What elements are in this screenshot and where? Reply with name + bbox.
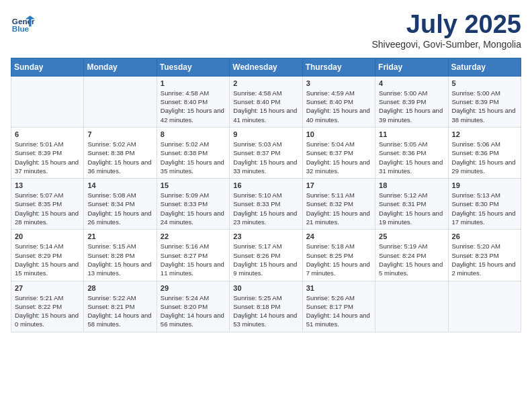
calendar-week-4: 20Sunrise: 5:14 AMSunset: 8:29 PMDayligh… bbox=[11, 230, 521, 281]
day-number: 4 bbox=[379, 79, 444, 87]
logo: General Blue bbox=[11, 11, 36, 35]
calendar-cell: 18Sunrise: 5:12 AMSunset: 8:31 PMDayligh… bbox=[375, 179, 448, 230]
calendar-cell: 20Sunrise: 5:14 AMSunset: 8:29 PMDayligh… bbox=[11, 230, 84, 281]
day-info: Sunrise: 5:13 AMSunset: 8:30 PMDaylight:… bbox=[452, 191, 517, 226]
day-number: 17 bbox=[306, 181, 371, 189]
day-info: Sunrise: 5:05 AMSunset: 8:36 PMDaylight:… bbox=[379, 140, 444, 175]
day-info: Sunrise: 5:22 AMSunset: 8:21 PMDaylight:… bbox=[87, 293, 152, 329]
day-info: Sunrise: 5:00 AMSunset: 8:39 PMDaylight:… bbox=[379, 89, 444, 124]
calendar-cell: 12Sunrise: 5:06 AMSunset: 8:36 PMDayligh… bbox=[448, 127, 521, 178]
day-info: Sunrise: 4:58 AMSunset: 8:40 PMDaylight:… bbox=[233, 89, 298, 124]
calendar-cell: 13Sunrise: 5:07 AMSunset: 8:35 PMDayligh… bbox=[11, 179, 84, 230]
day-info: Sunrise: 5:01 AMSunset: 8:39 PMDaylight:… bbox=[15, 140, 80, 175]
calendar-cell: 9Sunrise: 5:03 AMSunset: 8:37 PMDaylight… bbox=[230, 127, 302, 178]
calendar-cell: 3Sunrise: 4:59 AMSunset: 8:40 PMDaylight… bbox=[302, 76, 375, 127]
day-info: Sunrise: 4:58 AMSunset: 8:40 PMDaylight:… bbox=[161, 89, 226, 124]
calendar-cell: 27Sunrise: 5:21 AMSunset: 8:22 PMDayligh… bbox=[11, 281, 84, 332]
weekday-header-wednesday: Wednesday bbox=[230, 58, 302, 76]
calendar-cell: 4Sunrise: 5:00 AMSunset: 8:39 PMDaylight… bbox=[375, 76, 448, 127]
page-header: General Blue July 2025 Shiveegovi, Govi-… bbox=[11, 11, 521, 50]
day-number: 28 bbox=[87, 284, 152, 292]
svg-text:Blue: Blue bbox=[12, 24, 30, 33]
day-number: 8 bbox=[161, 130, 226, 138]
calendar-cell: 29Sunrise: 5:24 AMSunset: 8:20 PMDayligh… bbox=[157, 281, 229, 332]
day-number: 23 bbox=[233, 232, 298, 240]
calendar-cell: 24Sunrise: 5:18 AMSunset: 8:25 PMDayligh… bbox=[302, 230, 375, 281]
calendar-cell: 6Sunrise: 5:01 AMSunset: 8:39 PMDaylight… bbox=[11, 127, 84, 178]
day-info: Sunrise: 5:08 AMSunset: 8:34 PMDaylight:… bbox=[87, 191, 152, 226]
day-info: Sunrise: 5:25 AMSunset: 8:18 PMDaylight:… bbox=[233, 293, 298, 329]
calendar-cell: 5Sunrise: 5:00 AMSunset: 8:39 PMDaylight… bbox=[448, 76, 521, 127]
day-info: Sunrise: 5:14 AMSunset: 8:29 PMDaylight:… bbox=[15, 242, 80, 277]
day-info: Sunrise: 5:04 AMSunset: 8:37 PMDaylight:… bbox=[306, 140, 371, 175]
calendar-cell: 11Sunrise: 5:05 AMSunset: 8:36 PMDayligh… bbox=[375, 127, 448, 178]
weekday-header-friday: Friday bbox=[375, 58, 448, 76]
calendar-cell: 31Sunrise: 5:26 AMSunset: 8:17 PMDayligh… bbox=[302, 281, 375, 332]
day-number: 9 bbox=[233, 130, 298, 138]
day-number: 29 bbox=[161, 284, 226, 292]
day-number: 15 bbox=[161, 181, 226, 189]
day-info: Sunrise: 5:06 AMSunset: 8:36 PMDaylight:… bbox=[452, 140, 517, 175]
day-info: Sunrise: 5:19 AMSunset: 8:24 PMDaylight:… bbox=[379, 242, 444, 277]
day-number: 6 bbox=[15, 130, 80, 138]
day-info: Sunrise: 5:02 AMSunset: 8:38 PMDaylight:… bbox=[161, 140, 226, 175]
day-number: 12 bbox=[452, 130, 517, 138]
calendar-cell: 30Sunrise: 5:25 AMSunset: 8:18 PMDayligh… bbox=[230, 281, 302, 332]
calendar-cell: 23Sunrise: 5:17 AMSunset: 8:26 PMDayligh… bbox=[230, 230, 302, 281]
day-number: 26 bbox=[452, 232, 517, 240]
title-block: July 2025 Shiveegovi, Govi-Sumber, Mongo… bbox=[371, 11, 521, 50]
day-info: Sunrise: 5:02 AMSunset: 8:38 PMDaylight:… bbox=[87, 140, 152, 175]
calendar-week-1: 1Sunrise: 4:58 AMSunset: 8:40 PMDaylight… bbox=[11, 76, 521, 127]
day-number: 3 bbox=[306, 79, 371, 87]
weekday-header-monday: Monday bbox=[84, 58, 157, 76]
day-info: Sunrise: 5:20 AMSunset: 8:23 PMDaylight:… bbox=[452, 242, 517, 277]
calendar-cell: 2Sunrise: 4:58 AMSunset: 8:40 PMDaylight… bbox=[230, 76, 302, 127]
day-info: Sunrise: 5:24 AMSunset: 8:20 PMDaylight:… bbox=[161, 293, 226, 329]
calendar-cell: 25Sunrise: 5:19 AMSunset: 8:24 PMDayligh… bbox=[375, 230, 448, 281]
day-info: Sunrise: 5:03 AMSunset: 8:37 PMDaylight:… bbox=[233, 140, 298, 175]
day-number: 2 bbox=[233, 79, 298, 87]
day-info: Sunrise: 5:21 AMSunset: 8:22 PMDaylight:… bbox=[15, 293, 80, 329]
day-info: Sunrise: 5:12 AMSunset: 8:31 PMDaylight:… bbox=[379, 191, 444, 226]
day-number: 13 bbox=[15, 181, 80, 189]
day-info: Sunrise: 5:17 AMSunset: 8:26 PMDaylight:… bbox=[233, 242, 298, 277]
calendar-cell: 1Sunrise: 4:58 AMSunset: 8:40 PMDaylight… bbox=[157, 76, 229, 127]
calendar-cell: 8Sunrise: 5:02 AMSunset: 8:38 PMDaylight… bbox=[157, 127, 229, 178]
calendar-cell: 26Sunrise: 5:20 AMSunset: 8:23 PMDayligh… bbox=[448, 230, 521, 281]
calendar-cell: 28Sunrise: 5:22 AMSunset: 8:21 PMDayligh… bbox=[84, 281, 157, 332]
calendar-cell: 17Sunrise: 5:11 AMSunset: 8:32 PMDayligh… bbox=[302, 179, 375, 230]
day-number: 11 bbox=[379, 130, 444, 138]
calendar-cell bbox=[11, 76, 84, 127]
day-number: 7 bbox=[87, 130, 152, 138]
calendar-cell: 19Sunrise: 5:13 AMSunset: 8:30 PMDayligh… bbox=[448, 179, 521, 230]
month-title: July 2025 bbox=[371, 11, 521, 39]
calendar-cell bbox=[375, 281, 448, 332]
day-number: 16 bbox=[233, 181, 298, 189]
calendar-cell bbox=[448, 281, 521, 332]
calendar-cell: 22Sunrise: 5:16 AMSunset: 8:27 PMDayligh… bbox=[157, 230, 229, 281]
day-number: 20 bbox=[15, 232, 80, 240]
day-info: Sunrise: 5:09 AMSunset: 8:33 PMDaylight:… bbox=[161, 191, 226, 226]
weekday-header-saturday: Saturday bbox=[448, 58, 521, 76]
weekday-header-tuesday: Tuesday bbox=[157, 58, 229, 76]
day-number: 14 bbox=[87, 181, 152, 189]
day-info: Sunrise: 4:59 AMSunset: 8:40 PMDaylight:… bbox=[306, 89, 371, 124]
day-number: 27 bbox=[15, 284, 80, 292]
calendar-week-3: 13Sunrise: 5:07 AMSunset: 8:35 PMDayligh… bbox=[11, 179, 521, 230]
day-number: 18 bbox=[379, 181, 444, 189]
day-number: 31 bbox=[306, 284, 371, 292]
day-number: 25 bbox=[379, 232, 444, 240]
logo-icon: General Blue bbox=[11, 11, 35, 35]
day-number: 1 bbox=[161, 79, 226, 87]
calendar-week-5: 27Sunrise: 5:21 AMSunset: 8:22 PMDayligh… bbox=[11, 281, 521, 332]
calendar-week-2: 6Sunrise: 5:01 AMSunset: 8:39 PMDaylight… bbox=[11, 127, 521, 178]
day-number: 19 bbox=[452, 181, 517, 189]
day-info: Sunrise: 5:00 AMSunset: 8:39 PMDaylight:… bbox=[452, 89, 517, 124]
day-number: 10 bbox=[306, 130, 371, 138]
calendar-cell: 10Sunrise: 5:04 AMSunset: 8:37 PMDayligh… bbox=[302, 127, 375, 178]
day-info: Sunrise: 5:11 AMSunset: 8:32 PMDaylight:… bbox=[306, 191, 371, 226]
day-info: Sunrise: 5:07 AMSunset: 8:35 PMDaylight:… bbox=[15, 191, 80, 226]
day-number: 24 bbox=[306, 232, 371, 240]
location-subtitle: Shiveegovi, Govi-Sumber, Mongolia bbox=[371, 39, 521, 50]
weekday-header-sunday: Sunday bbox=[11, 58, 84, 76]
